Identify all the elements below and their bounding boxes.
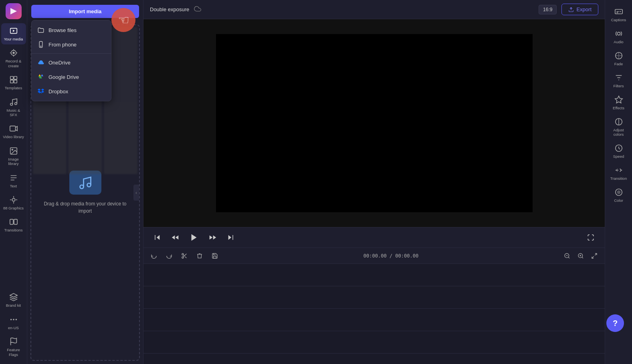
sidebar-item-label-brand: Brand kit bbox=[6, 303, 21, 308]
right-panel-fade[interactable]: Fade bbox=[607, 48, 630, 69]
save-button[interactable] bbox=[209, 250, 220, 261]
fade-icon bbox=[614, 51, 623, 60]
svg-point-24 bbox=[182, 257, 184, 258]
left-sidebar: Your media Record & create Templates Mus… bbox=[0, 0, 27, 364]
svg-point-23 bbox=[182, 253, 184, 255]
captions-icon bbox=[614, 7, 623, 16]
scissors-icon bbox=[181, 253, 188, 259]
audio-icon bbox=[614, 29, 623, 38]
fullscreen-icon bbox=[587, 234, 594, 241]
svg-point-17 bbox=[15, 319, 17, 320]
timeline-toolbar: 00:00.00 / 00:00.00 bbox=[143, 248, 605, 264]
forward-icon bbox=[209, 234, 216, 241]
cloud-save-icon bbox=[194, 5, 201, 14]
zoom-in-button[interactable] bbox=[575, 250, 586, 261]
timeline-track-3 bbox=[143, 309, 605, 331]
sidebar-item-your-media[interactable]: Your media bbox=[1, 23, 26, 44]
sidebar-item-label-video-library: Video library bbox=[3, 135, 24, 139]
right-panel-effects[interactable]: Effects bbox=[607, 92, 630, 113]
rewind-button[interactable] bbox=[169, 231, 181, 243]
onedrive-label: OneDrive bbox=[48, 60, 71, 66]
sidebar-item-templates[interactable]: Templates bbox=[1, 72, 26, 93]
browse-files-item[interactable]: Browse files bbox=[32, 23, 111, 37]
sidebar-item-video-library[interactable]: Video library bbox=[1, 121, 26, 142]
right-panel-transition[interactable]: Transition bbox=[607, 163, 630, 184]
right-panel-captions[interactable]: Captions bbox=[607, 4, 630, 25]
delete-button[interactable] bbox=[194, 250, 205, 261]
fit-timeline-button[interactable] bbox=[589, 250, 600, 261]
skip-forward-button[interactable] bbox=[224, 231, 236, 243]
redo-button[interactable] bbox=[164, 250, 175, 261]
sidebar-item-music[interactable]: Music & SFX bbox=[1, 95, 26, 121]
media-panel: Import media Browse files From phone bbox=[27, 0, 143, 364]
right-panel-filters[interactable]: Filters bbox=[607, 70, 630, 91]
gdrive-label: Google Drive bbox=[48, 74, 79, 80]
sidebar-item-more[interactable]: en-US bbox=[1, 312, 26, 333]
fullscreen-button[interactable] bbox=[585, 231, 597, 243]
import-media-button[interactable]: Import media bbox=[31, 5, 139, 18]
svg-line-29 bbox=[582, 257, 583, 258]
svg-rect-13 bbox=[10, 219, 13, 225]
browse-files-label: Browse files bbox=[48, 27, 77, 33]
time-separator: / bbox=[390, 253, 392, 259]
sidebar-item-text[interactable]: Text bbox=[1, 170, 26, 191]
right-panel-audio[interactable]: Audio bbox=[607, 26, 630, 47]
svg-rect-9 bbox=[10, 126, 15, 131]
from-phone-item[interactable]: From phone bbox=[32, 37, 111, 52]
import-dropdown: Browse files From phone OneDrive bbox=[31, 20, 111, 101]
svg-line-26 bbox=[568, 257, 569, 258]
svg-point-1 bbox=[12, 52, 15, 54]
sidebar-item-image-library[interactable]: Image library bbox=[1, 143, 26, 169]
svg-rect-6 bbox=[14, 80, 16, 83]
svg-point-21 bbox=[80, 185, 83, 189]
speed-label: Speed bbox=[613, 154, 624, 159]
sidebar-item-brand[interactable]: Brand kit bbox=[1, 290, 26, 311]
undo-button[interactable] bbox=[148, 250, 160, 261]
rewind-icon bbox=[172, 234, 179, 241]
onedrive-icon bbox=[37, 59, 44, 66]
svg-point-8 bbox=[14, 102, 17, 104]
right-panel-color[interactable]: Color bbox=[607, 185, 630, 206]
sidebar-item-transitions[interactable]: Transitions bbox=[1, 214, 26, 235]
audio-label: Audio bbox=[614, 40, 623, 44]
svg-point-15 bbox=[10, 319, 12, 320]
right-panel-adjust-colors[interactable]: Adjust colors bbox=[607, 114, 630, 140]
top-bar: Double exposure 16:9 Export bbox=[143, 0, 605, 19]
right-panel: Captions Audio Fade Filters Effects bbox=[605, 0, 632, 364]
dropbox-item[interactable]: Dropbox bbox=[32, 84, 111, 99]
play-button[interactable] bbox=[187, 230, 201, 245]
video-player-container bbox=[143, 19, 605, 227]
sidebar-item-feature-flags[interactable]: Feature Flags bbox=[1, 334, 26, 360]
right-panel-speed[interactable]: Speed bbox=[607, 141, 630, 162]
panel-collapse-button[interactable]: ‹ bbox=[133, 185, 139, 201]
export-icon bbox=[568, 7, 574, 12]
undo-icon bbox=[151, 253, 157, 259]
skip-back-button[interactable] bbox=[151, 231, 164, 243]
dropdown-divider bbox=[32, 53, 111, 54]
svg-line-32 bbox=[595, 253, 597, 255]
timeline-time: 00:00.00 / 00:00.00 bbox=[363, 253, 418, 259]
zoom-in-icon bbox=[577, 253, 584, 259]
zoom-out-button[interactable] bbox=[561, 250, 573, 261]
folder-icon bbox=[37, 26, 44, 34]
aspect-ratio-badge[interactable]: 16:9 bbox=[539, 5, 557, 14]
onedrive-item[interactable]: OneDrive bbox=[32, 55, 111, 70]
sidebar-item-label-your-media: Your media bbox=[4, 37, 23, 41]
gdrive-item[interactable]: Google Drive bbox=[32, 70, 111, 84]
sidebar-item-graphics[interactable]: 88 Graphics bbox=[1, 192, 26, 213]
help-button[interactable]: ? bbox=[606, 314, 624, 332]
sidebar-item-label-graphics: 88 Graphics bbox=[3, 206, 24, 210]
svg-point-20 bbox=[40, 46, 41, 47]
forward-button[interactable] bbox=[207, 231, 219, 243]
timeline-tracks bbox=[143, 264, 605, 364]
redo-icon bbox=[166, 253, 172, 259]
skip-forward-icon bbox=[227, 234, 234, 241]
play-icon bbox=[190, 233, 198, 242]
sidebar-item-label-feature-flags: Feature Flags bbox=[3, 348, 24, 357]
sidebar-item-record[interactable]: Record & create bbox=[1, 45, 26, 71]
save-icon bbox=[212, 253, 218, 259]
phone-icon bbox=[37, 41, 44, 48]
export-button[interactable]: Export bbox=[561, 4, 598, 15]
cut-button[interactable] bbox=[179, 250, 190, 261]
timeline-track-2 bbox=[143, 286, 605, 309]
